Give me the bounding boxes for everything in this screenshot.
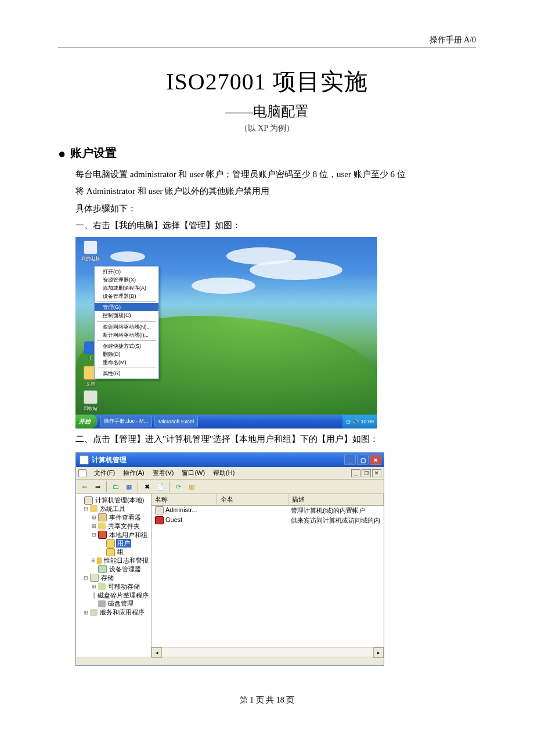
page-footer: 第 1 页 共 18 页 <box>58 695 476 705</box>
tree-localug[interactable]: 本地用户和组 <box>108 531 149 539</box>
cell-name: Administr... <box>165 506 197 513</box>
desktop-icon-label: IE <box>88 355 93 361</box>
context-menu-item[interactable]: 设备管理器(D) <box>95 292 158 300</box>
tree-perf[interactable]: 性能日志和警报 <box>103 556 150 565</box>
properties-button[interactable]: ▦ <box>123 481 135 492</box>
maximize-button[interactable]: ▢ <box>357 455 369 465</box>
menu-action[interactable]: 操作(A) <box>120 468 148 478</box>
cell-desc: 管理计算机(域)的内置帐户 <box>287 506 384 515</box>
screenshot-desktop: 我的电脑 IE 文档 回收站 打开(O) 资源管理器(X) 添加或删除程序(A)… <box>75 237 377 429</box>
bullet-icon: ● <box>58 146 66 161</box>
cell-desc: 供来宾访问计算机或访问域的内 <box>287 516 384 525</box>
tree-services[interactable]: 服务和应用程序 <box>99 608 146 617</box>
context-menu-item[interactable]: 断开网络驱动器(I)... <box>95 331 158 339</box>
list-row[interactable]: Administr... 管理计算机(域)的内置帐户 <box>151 506 384 516</box>
tray-clock: 10:09 <box>360 419 374 424</box>
list-header: 名称 全名 描述 <box>151 494 384 506</box>
status-bar <box>76 657 384 665</box>
taskbar: 开始 操作手册.doc - M... Microsoft Excel ◷ 🔊 1… <box>75 415 377 429</box>
tree-groups[interactable]: 组 <box>116 548 125 556</box>
list-row[interactable]: Guest 供来宾访问计算机或访问域的内 <box>151 516 384 525</box>
tree-storage[interactable]: 存储 <box>100 574 115 582</box>
context-menu-item-manage[interactable]: 管理(G) <box>95 303 158 311</box>
minimize-button[interactable]: _ <box>344 455 356 465</box>
disk-icon <box>98 600 106 607</box>
tree-users[interactable]: 用户 <box>116 539 131 548</box>
context-menu-item[interactable]: 创建快捷方式(S) <box>95 342 158 350</box>
menu-view[interactable]: 查看(V) <box>149 468 178 478</box>
device-icon <box>98 565 107 573</box>
tree-removable[interactable]: 可移动存储 <box>107 582 141 591</box>
tree-device[interactable]: 设备管理器 <box>108 565 142 574</box>
tree-shared[interactable]: 共享文件夹 <box>107 522 141 531</box>
trash-icon <box>84 390 98 404</box>
context-menu-item[interactable]: 映射网络驱动器(N)... <box>95 323 158 331</box>
start-label: 开始 <box>79 417 91 426</box>
taskbar-item[interactable]: Microsoft Excel <box>154 416 198 427</box>
tree-pane[interactable]: 计算机管理(本地) ⊟系统工具 ⊞事件查看器 ⊞共享文件夹 ⊟本地用户和组 用户… <box>76 494 151 657</box>
tools-icon <box>90 505 98 512</box>
context-menu-item[interactable]: 属性(R) <box>95 369 158 377</box>
tree-event[interactable]: 事件查看器 <box>108 513 142 522</box>
context-menu-item[interactable]: 打开(O) <box>95 268 158 276</box>
desktop-icon-label: 我的电脑 <box>81 256 100 261</box>
scroll-left-icon[interactable]: ◂ <box>151 647 162 658</box>
close-button[interactable]: ✕ <box>370 455 381 465</box>
tree-root[interactable]: 计算机管理(本地) <box>94 496 145 505</box>
desktop-icon-mycomputer[interactable]: 我的电脑 <box>79 240 102 262</box>
list-pane: 名称 全名 描述 Administr... 管理计算机(域)的内置帐户 Gues… <box>151 494 384 657</box>
paragraph-2: 将 Administrator 和 user 账户以外的其他账户禁用用 <box>58 184 476 199</box>
tree-diskmg[interactable]: 磁盘管理 <box>107 599 135 608</box>
folder-icon <box>106 539 115 548</box>
desktop-icon-label: 回收站 <box>84 406 98 411</box>
delete-button[interactable]: ✖ <box>141 481 153 492</box>
mdi-restore[interactable]: ❐ <box>362 469 371 477</box>
context-menu-item[interactable]: 添加或删除程序(A) <box>95 284 158 292</box>
context-menu-item[interactable]: 删除(D) <box>95 350 158 358</box>
up-button[interactable]: 🗀 <box>110 481 121 492</box>
page-header: 操作手册 A/0 <box>58 35 476 48</box>
perf-icon <box>97 557 102 564</box>
monitor-icon <box>84 240 98 254</box>
doc-subtitle: ——电脑配置 <box>58 102 476 121</box>
help-button[interactable]: ▥ <box>186 481 197 492</box>
scroll-right-icon[interactable]: ▸ <box>373 647 384 658</box>
menu-window[interactable]: 窗口(W) <box>178 468 208 478</box>
export-button[interactable]: ⟳ <box>172 481 184 492</box>
horizontal-scrollbar[interactable]: ◂ ▸ <box>151 647 384 657</box>
mdi-minimize[interactable]: _ <box>351 469 360 477</box>
back-button[interactable]: ⇐ <box>78 481 90 492</box>
step-1: 一、右击【我的电脑】选择【管理】如图： <box>58 218 476 233</box>
window-titlebar: 计算机管理 _ ▢ ✕ <box>76 453 384 467</box>
col-fullname[interactable]: 全名 <box>217 494 288 505</box>
cell-full <box>217 506 287 515</box>
forward-button[interactable]: ⇒ <box>92 481 103 492</box>
menu-file[interactable]: 文件(F) <box>91 468 118 478</box>
col-desc[interactable]: 描述 <box>288 494 384 505</box>
menu-bar: 文件(F) 操作(A) 查看(V) 窗口(W) 帮助(H) _ ❐ ✕ <box>76 467 384 480</box>
mdi-close[interactable]: ✕ <box>372 469 381 477</box>
start-button[interactable]: 开始 <box>75 415 98 429</box>
tree-defrag[interactable]: 磁盘碎片整理程序 <box>96 591 150 600</box>
refresh-button[interactable]: 📄 <box>154 481 166 492</box>
desktop-icon-label: 文档 <box>86 381 95 387</box>
desktop-icon-recycle[interactable]: 回收站 <box>79 390 102 412</box>
col-name[interactable]: 名称 <box>151 494 217 505</box>
context-menu-item[interactable]: 控制面板(C) <box>95 311 158 319</box>
event-icon <box>98 513 107 521</box>
system-tray[interactable]: ◷ 🔊 10:09 <box>342 415 377 429</box>
context-menu-item[interactable]: 资源管理器(X) <box>95 276 158 284</box>
tree-systools[interactable]: 系统工具 <box>99 505 127 513</box>
tray-icon: ◷ <box>346 419 351 424</box>
step-2: 二、点击【管理】进入"计算机管理"选择【本地用户和组】下的【用户】如图： <box>58 432 476 447</box>
menu-help[interactable]: 帮助(H) <box>210 468 238 478</box>
storage-icon <box>90 574 99 582</box>
section-heading-text: 账户设置 <box>70 146 117 159</box>
removable-icon <box>98 583 106 590</box>
paragraph-3: 具体步骤如下： <box>58 201 476 217</box>
context-menu-item[interactable]: 重命名(M) <box>95 358 158 366</box>
app-icon <box>80 455 89 465</box>
window-title: 计算机管理 <box>92 455 127 465</box>
users-group-icon <box>98 531 107 539</box>
taskbar-item[interactable]: 操作手册.doc - M... <box>100 416 152 427</box>
